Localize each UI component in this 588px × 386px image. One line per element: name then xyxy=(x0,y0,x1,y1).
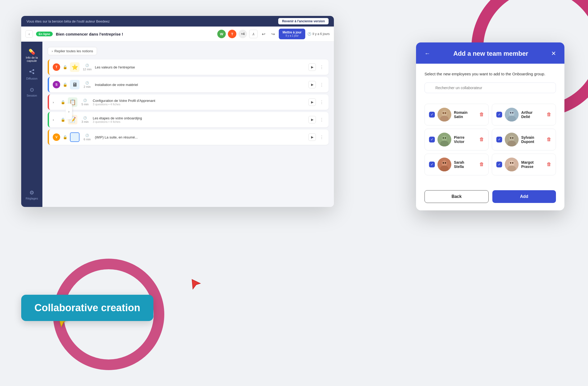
modal-body: Select the new employees you want to add… xyxy=(416,64,564,190)
module-play-btn-5[interactable]: ▶ xyxy=(308,133,316,141)
sidebar-item-session[interactable]: ⊙ Session xyxy=(23,84,41,100)
back-button[interactable]: ‹ xyxy=(25,30,33,38)
toolbar: ‹ En ligne Bien commencer dans l'entrepr… xyxy=(21,27,334,42)
module-duration-3: 🕐 5 min xyxy=(80,99,90,106)
sidebar-label-session: Session xyxy=(26,94,37,97)
app-body: 💊 Info de la capsule Diffusion xyxy=(21,42,334,207)
avatar-w: W xyxy=(217,30,226,38)
sidebar-item-capsule-info[interactable]: 💊 Info de la capsule xyxy=(23,46,41,65)
module-thumb-5 xyxy=(70,132,79,142)
module-more-btn-2[interactable]: ⋮ xyxy=(319,82,325,87)
member-delete-sylvain[interactable]: 🗑 xyxy=(547,137,551,142)
history-button[interactable]: 🕐 Il y a 6 jours xyxy=(307,32,330,36)
module-play-btn-3[interactable]: ▶ xyxy=(308,98,316,106)
translate-button[interactable]: 𝐴 xyxy=(249,30,258,38)
modal-back-button[interactable]: ← xyxy=(425,50,430,57)
svg-point-34 xyxy=(512,162,514,164)
module-play-btn-2[interactable]: ▶ xyxy=(308,81,316,88)
content-area: › Replier toutes les notions T 🔒 ⭐ 🕐 12 … xyxy=(42,42,334,207)
member-checkbox-margot[interactable]: ✓ xyxy=(496,162,502,167)
module-avatar-2: S xyxy=(53,81,60,88)
member-checkbox-pierre[interactable]: ✓ xyxy=(429,137,435,142)
session-icon: ⊙ xyxy=(30,86,34,93)
clock-icon-5: 🕐 xyxy=(85,134,89,137)
member-checkbox-sylvain[interactable]: ✓ xyxy=(496,137,502,142)
expand-icon-4[interactable]: › xyxy=(53,118,58,122)
module-more-btn-1[interactable]: ⋮ xyxy=(319,65,325,70)
svg-point-19 xyxy=(445,137,446,139)
member-delete-romain[interactable]: 🗑 xyxy=(479,112,484,117)
member-checkbox-sarah[interactable]: ✓ xyxy=(429,162,435,167)
app-window: Vous êtes sur la bersion bêta de l'outil… xyxy=(21,16,334,207)
module-title-3: Configuration de Votre Profil d'Apprenan… xyxy=(93,99,155,103)
collab-creation-badge: Collaborative creation xyxy=(21,295,153,321)
modal-add-button[interactable]: Add xyxy=(492,190,556,203)
member-delete-margot[interactable]: 🗑 xyxy=(547,162,551,167)
duration-value-5: 6 min xyxy=(84,138,91,141)
svg-point-33 xyxy=(510,162,511,164)
member-name-margot: MargotPrasse xyxy=(521,160,544,169)
svg-point-14 xyxy=(512,112,514,114)
member-delete-arthur[interactable]: 🗑 xyxy=(547,112,551,117)
member-name-sylvain: SylvainDupont xyxy=(521,135,544,144)
history-icon: 🕐 xyxy=(307,32,311,36)
collapse-all-button[interactable]: › Replier toutes les notions xyxy=(48,47,97,55)
collapse-icon: › xyxy=(52,49,53,53)
search-input[interactable] xyxy=(425,83,556,93)
redo-button[interactable]: ↪ xyxy=(269,30,277,38)
module-title-area-4: Les étapes de votre onboardijng 3 questi… xyxy=(93,116,142,123)
member-name-romain: RomainSatin xyxy=(454,110,477,119)
module-play-btn-1[interactable]: ▶ xyxy=(308,63,316,71)
sidebar-label-settings: Réglages xyxy=(26,197,38,200)
module-title-2: Installation de votre matériel xyxy=(95,83,138,87)
module-avatar-5: V xyxy=(53,133,60,141)
diffusion-icon xyxy=(29,69,35,76)
module-row: › 🔒 📝 🕐 3 min Les étapes de votre onboar… xyxy=(48,112,329,127)
status-badge: En ligne xyxy=(36,32,53,36)
member-delete-sarah[interactable]: 🗑 xyxy=(479,162,484,167)
module-more-btn-5[interactable]: ⋮ xyxy=(319,135,325,140)
old-version-button[interactable]: Revenir à l'ancienne version xyxy=(278,18,329,24)
expand-icon-3[interactable]: › xyxy=(53,100,58,104)
module-more-btn-4[interactable]: ⋮ xyxy=(319,117,325,122)
member-checkbox-arthur[interactable]: ✓ xyxy=(496,112,502,118)
clock-icon-3: 🕐 xyxy=(83,99,87,102)
member-card-arthur: ✓ ArthurDelié 🗑 xyxy=(492,104,556,125)
svg-point-13 xyxy=(510,112,511,114)
red-cursor-arrow xyxy=(189,276,202,293)
svg-line-3 xyxy=(31,70,33,71)
capsule-title: Bien commencer dans l'entreprise ! xyxy=(56,32,214,36)
module-play-btn-4[interactable]: ▶ xyxy=(308,116,316,123)
check-icon-romain: ✓ xyxy=(431,112,434,116)
svg-point-28 xyxy=(443,162,444,164)
member-checkbox-romain[interactable]: ✓ xyxy=(429,112,435,118)
duration-value-3: 5 min xyxy=(82,103,89,106)
clock-icon-4: 🕐 xyxy=(83,116,87,120)
member-delete-pierre[interactable]: 🗑 xyxy=(479,137,484,142)
beta-banner-text: Vous êtes sur la bersion bêta de l'outil… xyxy=(26,19,110,23)
module-row: › 🔒 📋 🕐 5 min Configuration de Votre Pro… xyxy=(48,94,329,110)
undo-button[interactable]: ↩ xyxy=(260,30,267,38)
save-button[interactable]: Mettre à jour Il y a 1 jour xyxy=(279,29,305,39)
sidebar-expand-arrow[interactable]: › xyxy=(66,103,72,119)
lock-icon-3: 🔒 xyxy=(61,100,65,104)
check-icon-sylvain: ✓ xyxy=(498,137,501,141)
sidebar-item-settings[interactable]: ⚙ Réglages xyxy=(23,187,41,203)
member-card-margot: ✓ MargotPrasse 🗑 xyxy=(492,154,556,175)
sidebar-item-diffusion[interactable]: Diffusion xyxy=(23,66,41,83)
capsule-icon: 💊 xyxy=(29,49,35,55)
svg-point-24 xyxy=(512,137,514,139)
svg-point-0 xyxy=(29,71,31,72)
svg-point-29 xyxy=(445,162,446,164)
module-thumb-1: ⭐ xyxy=(70,62,79,72)
member-avatar-margot xyxy=(505,158,519,171)
module-sub-3: 3 questions • 4 fiches xyxy=(93,103,155,106)
svg-point-2 xyxy=(33,72,34,74)
module-more-btn-3[interactable]: ⋮ xyxy=(319,100,325,105)
lock-icon-1: 🔒 xyxy=(63,65,67,69)
modal-close-button[interactable]: ✕ xyxy=(551,50,556,57)
modal-back-footer-button[interactable]: Back xyxy=(425,190,489,203)
collapse-label: Replier toutes les notions xyxy=(54,49,93,53)
save-sublabel: Il y a 1 jour xyxy=(286,34,299,37)
module-duration-2: 🕐 2 min xyxy=(82,81,92,88)
